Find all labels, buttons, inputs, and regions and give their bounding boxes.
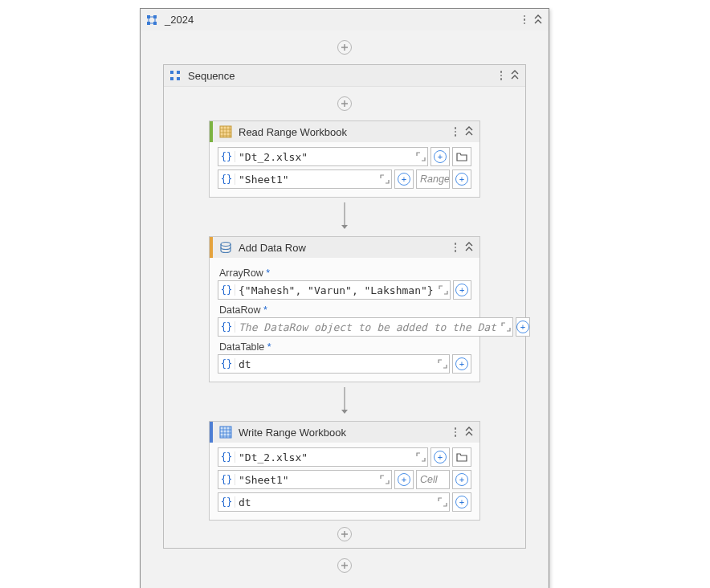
svg-rect-7 — [177, 77, 180, 80]
stripe — [210, 422, 213, 443]
activity-collapse-icon[interactable] — [463, 125, 475, 138]
expand-icon[interactable] — [436, 359, 449, 369]
expand-icon[interactable] — [378, 475, 391, 484]
expand-icon[interactable] — [437, 285, 450, 295]
plus-button[interactable]: + — [394, 470, 414, 489]
braces-icon: {} — [218, 474, 235, 485]
sequence-header[interactable]: Sequence — [164, 65, 525, 87]
flow-arrow — [164, 202, 525, 231]
braces-icon: {} — [218, 151, 235, 162]
svg-rect-3 — [153, 22, 157, 25]
outer-title: _2024 — [165, 14, 194, 26]
flow-arrow — [164, 387, 525, 416]
expand-icon[interactable] — [414, 452, 427, 462]
sequence-collapse-icon[interactable] — [509, 69, 520, 82]
expand-icon[interactable] — [436, 497, 449, 507]
datarow-placeholder: The DataRow object to be added to the Da… — [235, 321, 500, 333]
activity-body: {} "Dt_2.xlsx" + {} "Sheet1" — [210, 443, 479, 520]
file-path-value: "Dt_2.xlsx" — [235, 451, 414, 463]
data-input[interactable]: {} dt — [218, 492, 450, 512]
activity-title: Read Range Workbook — [239, 126, 347, 138]
activity-title: Add Data Row — [239, 242, 306, 254]
activity-body: ArrayRow * {} {"Mahesh", "Varun", "Laksh… — [210, 258, 479, 382]
activity-collapse-icon[interactable] — [463, 241, 475, 254]
plus-button[interactable]: + — [452, 169, 471, 189]
stripe — [210, 237, 213, 258]
activity-body: {} "Dt_2.xlsx" + {} "Sheet1" — [210, 142, 479, 197]
braces-icon: {} — [218, 174, 235, 185]
add-data-row-activity[interactable]: Add Data Row ArrayRow * {} {"Mahesh", "V… — [209, 236, 480, 382]
workflow-outer-card: _2024 Sequence — [140, 8, 549, 588]
svg-rect-6 — [177, 71, 180, 74]
file-path-input[interactable]: {} "Dt_2.xlsx" — [218, 147, 428, 166]
data-value: dt — [235, 496, 436, 508]
activity-header[interactable]: Write Range Workbook — [210, 422, 479, 443]
plus-button[interactable]: + — [453, 280, 471, 300]
arrayrow-input[interactable]: {} {"Mahesh", "Varun", "Lakshman"} — [218, 280, 451, 300]
write-range-workbook-activity[interactable]: Write Range Workbook {} "Dt_2.xlsx" — [209, 421, 480, 521]
activity-menu-icon[interactable] — [449, 239, 462, 255]
read-range-workbook-activity[interactable]: Read Range Workbook {} "Dt_2.xlsx" — [209, 120, 480, 198]
arrayrow-value: {"Mahesh", "Varun", "Lakshman"} — [235, 284, 437, 296]
add-activity-outer-bottom[interactable] — [141, 558, 549, 573]
datarow-label: DataRow * — [219, 304, 471, 316]
svg-rect-0 — [147, 15, 150, 18]
plus-icon — [337, 96, 352, 111]
svg-point-9 — [221, 243, 231, 247]
cell-input[interactable]: Cell — [416, 470, 450, 489]
braces-icon: {} — [218, 496, 235, 508]
file-path-value: "Dt_2.xlsx" — [235, 151, 414, 163]
sheet-name-value: "Sheet1" — [235, 174, 378, 186]
plus-icon — [337, 40, 352, 55]
stripe — [210, 121, 213, 142]
activity-collapse-icon[interactable] — [463, 426, 475, 439]
expand-icon[interactable] — [414, 152, 427, 161]
datatable-label: DataTable * — [219, 341, 471, 353]
add-activity-top[interactable] — [141, 40, 549, 55]
plus-button[interactable]: + — [452, 470, 471, 489]
datatable-value: dt — [235, 358, 436, 370]
activity-menu-icon[interactable] — [449, 124, 462, 140]
sequence-title: Sequence — [188, 70, 235, 82]
activity-menu-icon[interactable] — [449, 424, 462, 440]
outer-menu-icon[interactable] — [518, 12, 531, 28]
plus-button[interactable]: + — [430, 147, 450, 166]
svg-rect-1 — [147, 22, 150, 25]
activity-title: Write Range Workbook — [239, 427, 346, 439]
sheet-name-value: "Sheet1" — [235, 474, 378, 486]
plus-button[interactable]: + — [516, 317, 530, 337]
plus-icon — [337, 558, 352, 573]
datatable-input[interactable]: {} dt — [218, 354, 450, 374]
browse-folder-button[interactable] — [452, 147, 471, 166]
arrayrow-label: ArrayRow * — [219, 267, 471, 279]
browse-folder-button[interactable] — [452, 447, 471, 467]
plus-icon — [337, 527, 352, 541]
activity-header[interactable]: Read Range Workbook — [210, 121, 479, 142]
svg-rect-2 — [153, 15, 157, 18]
add-activity-sequence-bottom[interactable] — [164, 527, 525, 541]
sheet-name-input[interactable]: {} "Sheet1" — [218, 470, 392, 489]
expand-icon[interactable] — [378, 174, 391, 184]
plus-button[interactable]: + — [430, 447, 450, 467]
add-activity-sequence-top[interactable] — [164, 96, 525, 111]
braces-icon: {} — [218, 284, 235, 296]
outer-collapse-icon[interactable] — [532, 14, 544, 27]
range-input[interactable]: Range — [416, 169, 450, 189]
datarow-input[interactable]: {} The DataRow object to be added to the… — [218, 317, 513, 337]
braces-icon: {} — [218, 321, 235, 333]
braces-icon: {} — [218, 451, 235, 463]
sequence-card: Sequence Read Range Workbook — [163, 64, 526, 549]
sequence-icon — [169, 69, 182, 82]
plus-button[interactable]: + — [452, 492, 471, 512]
sequence-icon — [145, 14, 158, 27]
outer-header[interactable]: _2024 — [141, 9, 549, 31]
activity-header[interactable]: Add Data Row — [210, 237, 479, 258]
plus-button[interactable]: + — [452, 354, 471, 374]
svg-rect-5 — [170, 77, 173, 80]
file-path-input[interactable]: {} "Dt_2.xlsx" — [218, 447, 428, 467]
expand-icon[interactable] — [500, 322, 512, 332]
sequence-menu-icon[interactable] — [495, 67, 508, 84]
spreadsheet-icon — [219, 125, 232, 138]
plus-button[interactable]: + — [394, 169, 414, 189]
sheet-name-input[interactable]: {} "Sheet1" — [218, 169, 392, 189]
